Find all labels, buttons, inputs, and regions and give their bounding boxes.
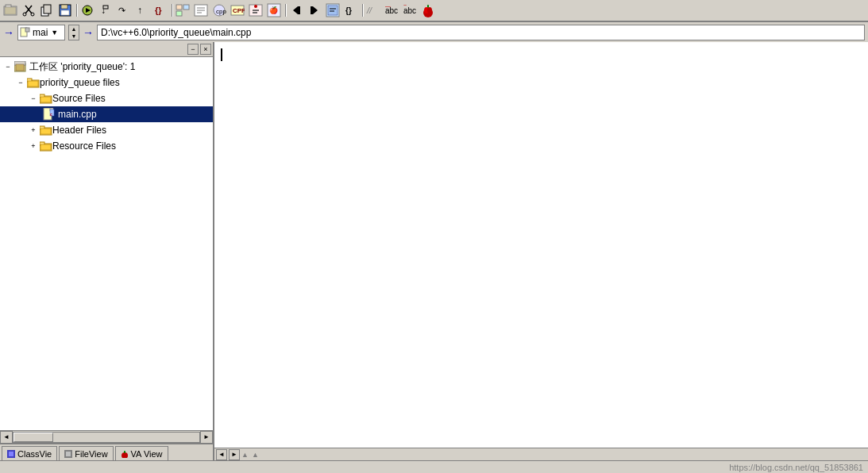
- project-folder-icon: [27, 77, 40, 88]
- file-view-tab[interactable]: FileView: [59, 446, 113, 460]
- main-cpp-tree-item[interactable]: c main.cpp: [0, 106, 213, 122]
- editor-nav-marker2: ▲: [252, 451, 259, 459]
- svg-text:~: ~: [403, 4, 407, 8]
- editor-nav-marker1: ▲: [241, 451, 249, 459]
- source-files-tree-item[interactable]: − Source Files: [0, 90, 213, 106]
- editor-scroll-right[interactable]: ►: [229, 449, 240, 460]
- source-files-label: Source Files: [52, 93, 106, 104]
- svg-rect-21: [176, 11, 182, 16]
- panel-scrollbar: ◄ ►: [0, 430, 213, 443]
- source-folder-icon: [40, 93, 52, 104]
- main-cpp-label: main.cpp: [58, 109, 97, 120]
- scroll-right-btn[interactable]: ►: [200, 431, 213, 444]
- project-expand-icon: −: [14, 76, 27, 89]
- api-btn[interactable]: {}: [342, 2, 360, 19]
- svg-rect-8: [44, 5, 51, 13]
- svg-rect-79: [66, 452, 71, 456]
- run-btn[interactable]: [79, 2, 96, 19]
- svg-rect-11: [61, 10, 69, 15]
- text-cursor: [221, 48, 222, 61]
- register-btn[interactable]: cpp: [210, 2, 228, 19]
- workspace-icon-btn[interactable]: [2, 2, 19, 19]
- svg-text:CPP: CPP: [233, 7, 245, 14]
- workspace-expand-icon: −: [2, 60, 14, 73]
- abc1-btn[interactable]: abc —: [383, 2, 400, 19]
- svg-point-53: [427, 7, 432, 13]
- step-out-btn[interactable]: ↑: [133, 2, 151, 19]
- path-arrow-icon: →: [83, 26, 94, 39]
- cut-btn[interactable]: [20, 2, 37, 19]
- status-bar: https://blog.csdn.net/qq_51853861: [0, 460, 868, 473]
- disasm-btn[interactable]: [247, 2, 264, 19]
- mem-btn[interactable]: CPP: [229, 2, 246, 19]
- svg-rect-61: [28, 81, 38, 87]
- va-view-tab[interactable]: VA View: [115, 446, 168, 460]
- file-scroll-arrows[interactable]: ▲ ▼: [68, 25, 79, 40]
- resource-files-label: Resource Files: [52, 140, 116, 152]
- save-btn[interactable]: [56, 2, 74, 19]
- svg-rect-77: [9, 452, 14, 456]
- resource-folder-icon: [40, 140, 52, 152]
- editor-panel: [214, 42, 868, 460]
- header-files-tree-item[interactable]: + Header Files: [0, 122, 213, 138]
- scrollbar-track[interactable]: [13, 432, 200, 443]
- sep2: [170, 2, 173, 19]
- scrollbar-thumb[interactable]: [14, 433, 53, 442]
- debug-btn[interactable]: {}: [152, 2, 169, 19]
- apple-btn[interactable]: [419, 2, 437, 19]
- svg-rect-2: [5, 7, 16, 14]
- svg-rect-39: [311, 6, 313, 14]
- editor-scroll-left[interactable]: ◄: [216, 449, 227, 460]
- step-into-btn[interactable]: ↓: [97, 2, 114, 19]
- svg-rect-10: [61, 5, 68, 9]
- file-view-label: FileView: [75, 449, 107, 459]
- workspace-icon: [14, 61, 27, 72]
- svg-text:🍎: 🍎: [269, 6, 279, 15]
- breakpoint-btn[interactable]: [174, 2, 191, 19]
- abc2-btn[interactable]: abc ~: [401, 2, 419, 19]
- svg-rect-15: [103, 6, 108, 9]
- file-next-arrow[interactable]: ▼: [69, 33, 79, 40]
- panel-minimize-btn[interactable]: −: [187, 44, 199, 55]
- svg-text:↑: ↑: [137, 5, 142, 16]
- step-over-btn[interactable]: ↷: [115, 2, 133, 19]
- header-expand-icon: +: [27, 124, 40, 137]
- bottom-tabs: ClassVie FileView VA View: [0, 443, 213, 460]
- nav-fwd-btn[interactable]: [306, 2, 323, 19]
- va-view-label: VA View: [131, 449, 163, 459]
- file-dropdown[interactable]: mai ▼: [17, 25, 65, 40]
- copy-btn[interactable]: [38, 2, 56, 19]
- workspace-label: 工作区 'priority_queue': 1: [29, 60, 135, 74]
- nav-back-btn[interactable]: [287, 2, 305, 19]
- find-btn[interactable]: [324, 2, 341, 19]
- svg-text:cpp: cpp: [216, 8, 226, 15]
- toolbar-area: ↓ ↷ ↑ {}: [0, 0, 868, 21]
- file-tree: − 工作区 'priority_queue': 1 − priority_que…: [0, 57, 213, 430]
- svg-rect-72: [41, 129, 51, 134]
- resource-files-tree-item[interactable]: + Resource Files: [0, 138, 213, 154]
- svg-rect-20: [183, 5, 189, 10]
- editor-area[interactable]: [214, 42, 868, 460]
- workspace-tree-item[interactable]: − 工作区 'priority_queue': 1: [0, 59, 213, 75]
- svg-point-31: [254, 5, 257, 8]
- status-url: https://blog.csdn.net/qq_51853861: [729, 463, 863, 472]
- comment-btn[interactable]: //: [365, 2, 382, 19]
- svg-point-80: [122, 452, 128, 458]
- header-folder-icon: [40, 125, 52, 136]
- panel-close-btn[interactable]: ×: [200, 44, 211, 55]
- cpp-file-icon: c: [43, 108, 56, 121]
- va-view-tab-icon: [121, 450, 129, 458]
- svg-rect-75: [41, 144, 51, 150]
- svg-rect-37: [298, 6, 300, 14]
- class-view-tab[interactable]: ClassVie: [2, 446, 57, 460]
- project-label: priority_queue files: [40, 77, 120, 88]
- watch-btn[interactable]: [192, 2, 210, 19]
- stack-btn[interactable]: 🍎: [265, 2, 283, 19]
- svg-text:c: c: [50, 112, 52, 117]
- svg-point-6: [31, 13, 34, 16]
- project-tree-item[interactable]: − priority_queue files: [0, 75, 213, 90]
- svg-marker-36: [293, 6, 298, 14]
- scroll-left-btn[interactable]: ◄: [0, 431, 13, 444]
- main-layout: − × − 工作区 'priority_queue': 1 −: [0, 42, 868, 460]
- file-prev-arrow[interactable]: ▲: [69, 25, 79, 33]
